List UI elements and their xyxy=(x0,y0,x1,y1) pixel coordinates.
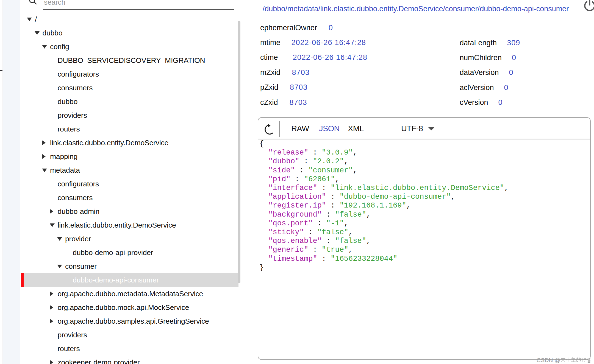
tree-node[interactable]: config xyxy=(21,40,238,54)
tree-node[interactable]: metadata xyxy=(21,163,238,177)
search-icon xyxy=(28,0,39,5)
collapse-arrow-icon[interactable] xyxy=(50,209,53,214)
expand-arrow-icon[interactable] xyxy=(27,18,32,21)
tree-node-label[interactable]: configurators xyxy=(58,70,99,79)
stat-label: ctime xyxy=(260,53,278,62)
tree-node[interactable]: consumers xyxy=(21,81,238,95)
json-punct: , xyxy=(335,175,339,183)
stat-label: dataLength xyxy=(460,39,497,47)
edge-dash xyxy=(0,70,2,71)
tree-node-label[interactable]: dubbo-admin xyxy=(58,207,100,216)
tab-xml[interactable]: XML xyxy=(348,124,364,133)
tree-node[interactable]: provider xyxy=(21,232,238,246)
tree-node[interactable]: / xyxy=(21,12,238,26)
expand-arrow-icon[interactable] xyxy=(42,45,47,49)
code-line: "background" : "false", xyxy=(259,210,589,219)
tree-node-label[interactable]: dubbo xyxy=(43,29,63,37)
chevron-down-icon[interactable] xyxy=(428,127,434,130)
tree-node-label[interactable]: metadata xyxy=(50,166,80,175)
expand-arrow-icon[interactable] xyxy=(57,237,62,241)
tree-node[interactable]: dubbo-demo-api-provider xyxy=(21,246,238,259)
tree-node-label[interactable]: mapping xyxy=(50,152,77,161)
json-punct: , xyxy=(366,211,371,219)
tree-node-label[interactable]: org.apache.dubbo.samples.api.GreetingSer… xyxy=(58,317,209,326)
tree-node-label[interactable]: routers xyxy=(58,345,80,353)
collapse-arrow-icon[interactable] xyxy=(42,154,46,159)
tree-node[interactable]: configurators xyxy=(21,67,238,81)
json-punct: : xyxy=(313,219,326,228)
json-string: "1656233228044" xyxy=(331,255,397,263)
node-path[interactable]: /dubbo/metadata/link.elastic.dubbo.entit… xyxy=(253,5,579,13)
collapse-arrow-icon[interactable] xyxy=(50,360,53,364)
tree-node-label[interactable]: org.apache.dubbo.metadata.MetadataServic… xyxy=(58,290,203,298)
tree-node-label[interactable]: / xyxy=(35,15,37,24)
code-line: { xyxy=(259,139,589,148)
tab-raw[interactable]: RAW xyxy=(291,124,309,133)
json-punct: , xyxy=(451,193,455,201)
collapse-arrow-icon[interactable] xyxy=(42,140,46,145)
tree-node[interactable]: DUBBO_SERVICEDISCOVERY_MIGRATION xyxy=(21,54,238,67)
tree-node[interactable]: configurators xyxy=(21,177,238,191)
expand-arrow-icon[interactable] xyxy=(35,31,40,35)
tree-node-label[interactable]: providers xyxy=(58,331,87,339)
tree-node[interactable]: consumer xyxy=(21,259,238,273)
encoding-select[interactable]: UTF-8 xyxy=(401,124,423,133)
tree-node-label[interactable]: consumers xyxy=(58,194,93,202)
tree-node-label[interactable]: providers xyxy=(58,111,87,120)
tree-node-label[interactable]: consumer xyxy=(65,262,97,271)
expand-arrow-icon[interactable] xyxy=(42,169,47,172)
tree-scrollbar[interactable] xyxy=(238,21,240,283)
json-punct: : xyxy=(326,193,340,201)
tree-node[interactable]: zookeeper-demo-provider xyxy=(21,355,238,364)
json-key: "background" xyxy=(268,211,321,219)
tree-node-label[interactable]: DUBBO_SERVICEDISCOVERY_MIGRATION xyxy=(58,56,205,65)
tree-node-label[interactable]: consumers xyxy=(58,84,93,92)
tree-node[interactable]: org.apache.dubbo.metadata.MetadataServic… xyxy=(21,287,238,301)
tree-node[interactable]: link.elastic.dubbo.entity.DemoService xyxy=(21,218,238,232)
stat-row: ctime2022-06-26 16:47:28 xyxy=(260,53,367,62)
tree-node[interactable]: org.apache.dubbo.mock.api.MockService xyxy=(21,301,238,314)
expand-arrow-icon[interactable] xyxy=(57,265,62,268)
power-icon[interactable] xyxy=(583,0,594,12)
tree-node[interactable]: routers xyxy=(21,122,238,136)
tree-node-label[interactable]: org.apache.dubbo.mock.api.MockService xyxy=(58,303,189,312)
tree-node-label[interactable]: zookeeper-demo-provider xyxy=(58,358,140,364)
json-punct: , xyxy=(406,201,411,210)
refresh-icon[interactable] xyxy=(263,124,275,136)
tree-node-label[interactable]: provider xyxy=(65,235,91,243)
tree-node-label[interactable]: link.elastic.dubbo.entity.DemoService xyxy=(50,139,168,147)
tree-node[interactable]: routers xyxy=(21,342,238,355)
tree-node-label[interactable]: link.elastic.dubbo.entity.DemoService xyxy=(58,221,176,229)
tree-node-label[interactable]: routers xyxy=(58,125,80,133)
collapse-arrow-icon[interactable] xyxy=(50,319,53,324)
tree-node-label[interactable]: dubbo-demo-api-provider xyxy=(73,248,153,257)
tree-node[interactable]: dubbo xyxy=(21,95,238,108)
code-viewer[interactable]: { "release" : "3.0.9", "dubbo" : "2.0.2"… xyxy=(259,139,589,358)
collapse-arrow-icon[interactable] xyxy=(50,305,53,310)
tree-node[interactable]: dubbo-admin xyxy=(21,205,238,218)
json-punct xyxy=(259,255,268,263)
tree-node[interactable]: dubbo xyxy=(21,26,238,40)
search-input[interactable]: search xyxy=(44,0,65,7)
tree-node[interactable]: dubbo-demo-api-consumer xyxy=(21,273,238,287)
tree-node[interactable]: link.elastic.dubbo.entity.DemoService xyxy=(21,136,238,150)
json-punct xyxy=(259,201,268,210)
json-punct: , xyxy=(366,237,371,245)
tree-node[interactable]: providers xyxy=(21,328,238,342)
tab-json[interactable]: JSON xyxy=(319,124,340,133)
tree-node-label[interactable]: configurators xyxy=(58,180,99,188)
expand-arrow-icon[interactable] xyxy=(50,223,55,227)
tree-node-label[interactable]: dubbo-demo-api-consumer xyxy=(73,276,159,284)
json-punct: , xyxy=(344,219,348,228)
tree-node[interactable]: mapping xyxy=(21,150,238,163)
tree-node[interactable]: providers xyxy=(21,108,238,122)
tree-node[interactable]: consumers xyxy=(21,191,238,205)
json-punct: : xyxy=(304,228,317,236)
tree-node-label[interactable]: dubbo xyxy=(58,97,78,106)
json-punct xyxy=(259,184,268,192)
collapse-arrow-icon[interactable] xyxy=(50,291,53,296)
tree-node[interactable]: org.apache.dubbo.samples.api.GreetingSer… xyxy=(21,314,238,328)
stat-label: ephemeralOwner xyxy=(260,24,317,32)
tree-node-label[interactable]: config xyxy=(50,43,69,51)
json-key: "qos.port" xyxy=(268,219,313,228)
